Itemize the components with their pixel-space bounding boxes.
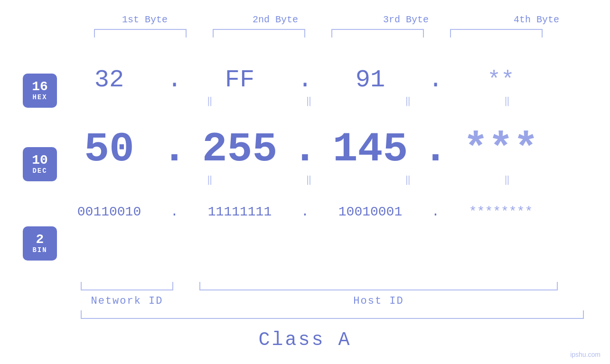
badge-dec-label: DEC <box>32 167 47 175</box>
dec-byte4: *** <box>449 126 553 173</box>
dot-hex-3: . <box>422 66 449 94</box>
dot-dec-1: . <box>161 126 188 173</box>
bin-row: 00110010 . 11111111 . 10010001 . *******… <box>57 205 553 219</box>
hex-byte4: ** <box>449 67 553 93</box>
badge-bin-label: BIN <box>32 246 47 254</box>
dec-byte1: 50 <box>57 126 161 173</box>
network-id-label: Network ID <box>81 295 173 307</box>
main-container: 1st Byte 2nd Byte 3rd Byte 4th Byte 16 H… <box>0 0 610 364</box>
dot-dec-3: . <box>422 126 449 173</box>
host-id-label: Host ID <box>199 295 558 307</box>
bracket-byte2 <box>213 29 305 37</box>
dot-dec-2: . <box>292 126 318 173</box>
hex-byte2: FF <box>188 66 292 94</box>
header-byte1: 1st Byte <box>93 14 197 25</box>
badge-hex: 16 HEX <box>23 74 57 108</box>
id-labels: Network ID Host ID <box>81 295 584 307</box>
eq-symbols-1: ‖ ‖ ‖ ‖ <box>54 95 557 107</box>
class-label: Class A <box>0 329 610 351</box>
bin-byte2: 11111111 <box>188 205 292 219</box>
bracket-network-id <box>81 282 173 290</box>
bottom-brackets <box>81 282 584 290</box>
header-byte4: 4th Byte <box>484 14 589 25</box>
header-byte2: 2nd Byte <box>223 14 328 25</box>
dot-hex-1: . <box>161 66 188 94</box>
bracket-byte1 <box>94 29 187 37</box>
bin-byte1: 00110010 <box>57 205 161 219</box>
badge-bin: 2 BIN <box>23 226 57 261</box>
badge-dec: 10 DEC <box>23 147 57 181</box>
header-byte3: 3rd Byte <box>354 14 458 25</box>
badge-hex-number: 16 <box>32 80 48 93</box>
badge-hex-label: HEX <box>32 93 47 101</box>
column-headers: 1st Byte 2nd Byte 3rd Byte 4th Byte <box>80 14 602 25</box>
watermark: ipshu.com <box>570 351 601 358</box>
dot-bin-2: . <box>292 205 318 219</box>
dot-bin-1: . <box>161 205 188 219</box>
dot-hex-2: . <box>292 66 318 94</box>
dec-row: 50 . 255 . 145 . *** <box>57 126 553 173</box>
bin-byte3: 10010001 <box>318 205 422 219</box>
badge-dec-number: 10 <box>32 154 48 167</box>
dec-byte3: 145 <box>318 126 422 173</box>
badge-bin-number: 2 <box>36 233 44 246</box>
bin-byte4: ******** <box>449 205 553 219</box>
bracket-byte3 <box>331 29 424 37</box>
dec-byte2: 255 <box>188 126 292 173</box>
hex-row: 32 . FF . 91 . ** <box>57 66 553 94</box>
eq-symbols-2: ‖ ‖ ‖ ‖ <box>54 174 557 186</box>
top-brackets <box>94 29 597 37</box>
bracket-host-id <box>199 282 558 290</box>
hex-byte3: 91 <box>318 66 422 94</box>
hex-byte1: 32 <box>57 66 161 94</box>
full-bottom-bracket <box>81 310 584 319</box>
bracket-byte4 <box>450 29 543 37</box>
dot-bin-3: . <box>422 205 449 219</box>
